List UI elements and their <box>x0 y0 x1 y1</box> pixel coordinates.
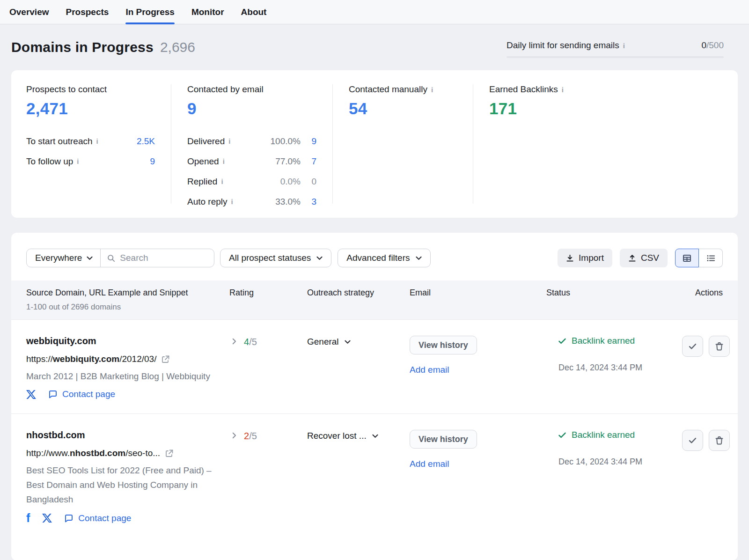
stat-row-value-link[interactable]: 2.5K <box>137 136 155 147</box>
page-snippet: Best SEO Tools List for 2022 (Free and P… <box>26 463 213 507</box>
stat-label: Prospects to contact <box>26 84 155 95</box>
col-header-status: Status <box>546 288 682 298</box>
delete-button[interactable] <box>709 336 730 357</box>
info-icon[interactable]: i <box>431 86 433 93</box>
external-link-icon[interactable] <box>165 449 174 458</box>
outreach-strategy-cell: Recover lost ... <box>307 430 410 524</box>
status-cell: Backlink earned Dec 14, 2024 3:44 PM <box>546 336 682 399</box>
info-icon[interactable]: i <box>623 42 625 49</box>
stat-row-auto-reply: Auto reply i 33.0% 3 <box>187 192 316 212</box>
stat-row-percent: 100.0% <box>271 136 301 147</box>
info-icon[interactable]: i <box>562 86 564 93</box>
prospect-status-filter-label: All prospect statuses <box>229 253 311 263</box>
tab-prospects[interactable]: Prospects <box>66 0 109 24</box>
stat-row-value-link[interactable]: 9 <box>139 156 155 167</box>
stat-row-value-link[interactable]: 3 <box>301 197 316 207</box>
tab-about[interactable]: About <box>241 0 267 24</box>
stat-contacted-manually: Contacted manually i 54 <box>332 84 473 204</box>
search-scope-label: Everywhere <box>35 253 82 263</box>
search-scope-dropdown[interactable]: Everywhere <box>27 249 101 267</box>
mark-done-button[interactable] <box>682 336 703 357</box>
stat-label: Earned Backlinks i <box>489 84 722 95</box>
expand-row-icon[interactable] <box>232 338 236 345</box>
title-bar: Domains in Progress 2,696 Daily limit fo… <box>11 24 738 70</box>
chevron-down-icon <box>372 434 378 438</box>
import-button-label: Import <box>579 253 604 263</box>
tab-overview[interactable]: Overview <box>9 0 49 24</box>
source-domain-cell: webbiquity.com https://webbiquity.com/20… <box>26 336 229 399</box>
x-twitter-icon[interactable] <box>26 390 36 399</box>
page-title: Domains in Progress <box>11 39 154 55</box>
stat-row-replied: Replied i 0.0% 0 <box>187 171 316 192</box>
stat-label-text: Earned Backlinks <box>489 84 558 95</box>
chevron-down-icon <box>345 340 351 344</box>
csv-button-label: CSV <box>641 253 659 263</box>
table-toolbar: Everywhere All prospect statuses <box>11 233 738 280</box>
stat-row-percent: 0.0% <box>280 177 301 187</box>
daily-limit-value: 0/500 <box>701 40 724 51</box>
check-icon <box>689 437 697 444</box>
contact-page-link[interactable]: Contact page <box>48 389 115 399</box>
status-cell: Backlink earned Dec 14, 2024 3:44 PM <box>546 430 682 524</box>
view-history-button[interactable]: View history <box>410 430 477 449</box>
stat-row-label: To start outreach <box>26 136 93 147</box>
x-twitter-icon[interactable] <box>42 513 52 523</box>
contact-page-link[interactable]: Contact page <box>64 513 131 523</box>
strategy-label: Recover lost ... <box>307 431 367 441</box>
info-icon[interactable]: i <box>223 158 225 165</box>
table-view-icon <box>683 254 691 263</box>
list-view-button[interactable] <box>699 249 723 267</box>
stat-value: 171 <box>489 99 722 118</box>
mark-done-button[interactable] <box>682 430 703 451</box>
contact-page-label: Contact page <box>78 513 131 523</box>
email-cell: View history Add email <box>410 336 546 399</box>
col-header-email: Email <box>410 288 546 298</box>
domain-name: nhostbd.com <box>26 430 229 441</box>
stats-card: Prospects to contact 2,471 To start outr… <box>11 70 738 218</box>
strategy-dropdown[interactable]: Recover lost ... <box>307 430 410 441</box>
col-header-actions: Actions <box>682 288 723 298</box>
import-button[interactable]: Import <box>558 249 612 267</box>
status-date: Dec 14, 2024 3:44 PM <box>558 363 682 373</box>
source-domain-cell: nhostbd.com http://www.nhostbd.com/seo-t… <box>26 430 229 524</box>
info-icon[interactable]: i <box>77 158 79 165</box>
page-snippet: March 2012 | B2B Marketing Blog | Webbiq… <box>26 369 213 383</box>
contact-page-label: Contact page <box>62 389 115 399</box>
tab-monitor[interactable]: Monitor <box>191 0 224 24</box>
expand-row-icon[interactable] <box>232 432 236 439</box>
external-link-icon[interactable] <box>161 355 170 364</box>
stat-value: 9 <box>187 99 316 118</box>
info-icon[interactable]: i <box>228 138 230 145</box>
facebook-icon[interactable]: f <box>26 512 30 524</box>
stat-row-value-link[interactable]: 9 <box>301 136 316 147</box>
email-cell: View history Add email <box>410 430 546 524</box>
daily-limit-block: Daily limit for sending emails i 0/500 <box>507 39 724 70</box>
search-icon <box>107 254 115 262</box>
stat-row-value-link[interactable]: 7 <box>301 156 316 167</box>
add-email-link[interactable]: Add email <box>410 365 546 375</box>
view-history-button[interactable]: View history <box>410 336 477 354</box>
info-icon[interactable]: i <box>96 138 98 145</box>
add-email-link[interactable]: Add email <box>410 459 546 469</box>
strategy-dropdown[interactable]: General <box>307 336 410 347</box>
advanced-filters-dropdown[interactable]: Advanced filters <box>338 249 430 267</box>
stat-row-value: 0 <box>301 177 316 187</box>
stat-row-label: Opened <box>187 156 219 167</box>
table-view-button[interactable] <box>675 249 699 267</box>
delete-button[interactable] <box>709 430 730 451</box>
info-icon[interactable]: i <box>221 178 223 185</box>
daily-limit-total: /500 <box>706 40 724 50</box>
domain-name: webbiquity.com <box>26 336 229 346</box>
csv-export-button[interactable]: CSV <box>620 249 668 267</box>
tab-in-progress[interactable]: In Progress <box>125 0 175 24</box>
outreach-strategy-cell: General <box>307 336 410 399</box>
chevron-down-icon <box>316 256 323 260</box>
actions-cell <box>682 336 730 399</box>
table-range-text: 1-100 out of 2696 domains <box>26 302 229 312</box>
stat-row-label: Delivered <box>187 136 225 147</box>
trash-icon <box>715 436 723 445</box>
info-icon[interactable]: i <box>231 198 233 205</box>
prospect-status-filter[interactable]: All prospect statuses <box>220 249 331 267</box>
table-row: nhostbd.com http://www.nhostbd.com/seo-t… <box>11 413 738 538</box>
search-input[interactable] <box>120 253 207 263</box>
